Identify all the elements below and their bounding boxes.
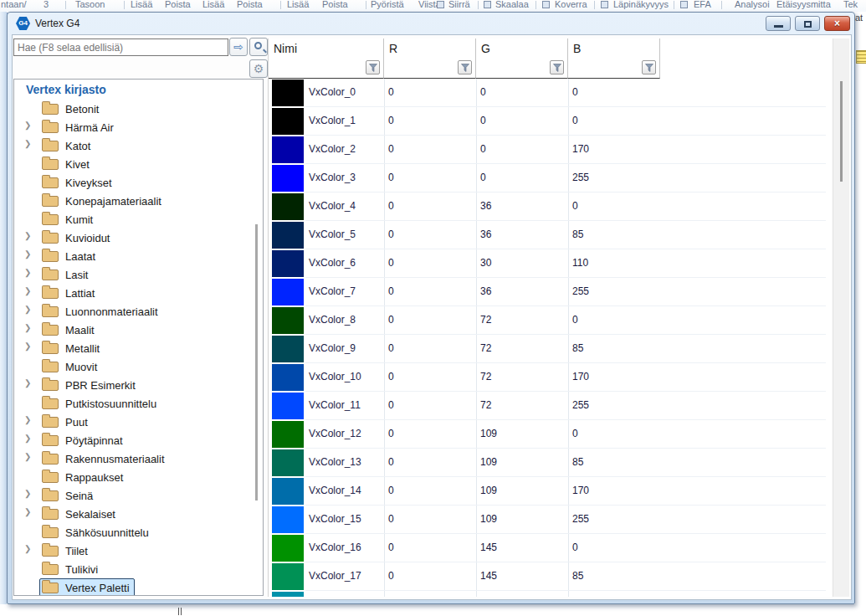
table-row[interactable]: VxColor_300255 bbox=[269, 164, 831, 192]
toolbar-item[interactable]: 3 bbox=[44, 0, 49, 9]
tree-row[interactable]: Rakennusmateriaalit bbox=[39, 449, 170, 468]
sidebar-item-pbr-esimerkit[interactable]: ❯PBR Esimerkit bbox=[14, 376, 263, 394]
toolbar-item[interactable]: Pyöristä bbox=[371, 0, 404, 9]
filter-button[interactable] bbox=[458, 60, 472, 74]
tree-row[interactable]: Rappaukset bbox=[39, 468, 128, 486]
tree-row[interactable]: Maalit bbox=[39, 321, 100, 339]
tree-row[interactable]: Konepajamateriaalit bbox=[39, 192, 167, 210]
tree-row[interactable]: Kivet bbox=[39, 155, 95, 173]
chevron-right-icon[interactable]: ❯ bbox=[24, 378, 31, 388]
toolbar-item[interactable]: Läpinäkyvyys bbox=[613, 0, 669, 9]
table-row[interactable]: VxColor_7036255 bbox=[269, 278, 831, 306]
sidebar-item-p-yt-pinnat[interactable]: ❯Pöytäpinnat bbox=[14, 431, 263, 449]
chevron-right-icon[interactable]: ❯ bbox=[24, 544, 31, 553]
tree-row[interactable]: Laatat bbox=[39, 247, 100, 265]
sidebar-item-sein-[interactable]: ❯Seinä bbox=[14, 486, 263, 505]
table-row[interactable]: VxColor_40360 bbox=[269, 192, 831, 221]
column-header-b[interactable]: B bbox=[568, 38, 660, 79]
tree-row[interactable]: Putkistosuunnittelu bbox=[39, 394, 161, 413]
table-row[interactable]: VxColor_200170 bbox=[269, 136, 831, 164]
tree-row[interactable]: Pöytäpinnat bbox=[39, 431, 128, 449]
chevron-right-icon[interactable]: ❯ bbox=[24, 249, 31, 259]
table-row[interactable]: VxColor_10072170 bbox=[269, 363, 831, 392]
close-button[interactable]: × bbox=[824, 16, 850, 31]
filter-button[interactable] bbox=[550, 60, 564, 74]
table-row[interactable]: VxColor_80720 bbox=[269, 306, 831, 335]
chevron-right-icon[interactable]: ❯ bbox=[24, 415, 31, 424]
chevron-right-icon[interactable]: ❯ bbox=[24, 268, 31, 277]
main-scrollbar-thumb[interactable] bbox=[840, 81, 843, 182]
toolbar-item[interactable]: Lisää bbox=[202, 0, 224, 9]
tree-row[interactable]: Kumit bbox=[39, 210, 98, 228]
search-go-button[interactable]: ⇨ bbox=[229, 38, 248, 56]
sidebar-item-kuvioidut[interactable]: ❯Kuvioidut bbox=[14, 228, 263, 247]
column-header-r[interactable]: R bbox=[384, 38, 476, 79]
sidebar-item-metallit[interactable]: ❯Metallit bbox=[14, 339, 263, 357]
tree-row[interactable]: Kiveykset bbox=[39, 173, 117, 192]
sidebar-item-tiilet[interactable]: ❯Tiilet bbox=[14, 542, 263, 560]
toolbar-item[interactable]: EFA bbox=[694, 0, 711, 9]
table-row[interactable]: VxColor_17014585 bbox=[269, 562, 831, 591]
sidebar-item-laatat[interactable]: ❯Laatat bbox=[14, 247, 263, 265]
sidebar-item-kivet[interactable]: Kivet bbox=[14, 155, 263, 173]
table-row[interactable]: VxColor_140109170 bbox=[269, 477, 831, 506]
chevron-right-icon[interactable]: ❯ bbox=[24, 434, 31, 443]
tree-row[interactable]: Härmä Air bbox=[39, 118, 119, 136]
chevron-right-icon[interactable]: ❯ bbox=[24, 452, 31, 461]
window-titlebar[interactable]: G4 Vertex G4 × bbox=[8, 13, 854, 34]
sidebar-item-lattiat[interactable]: ❯Lattiat bbox=[14, 284, 263, 302]
toolbar-item[interactable]: Tek bbox=[843, 0, 858, 9]
tree-row[interactable]: Sekalaiset bbox=[39, 505, 120, 523]
tree-row[interactable]: Muovit bbox=[39, 357, 102, 376]
sidebar-item-lasit[interactable]: ❯Lasit bbox=[14, 265, 263, 284]
table-row[interactable]: VxColor_150109255 bbox=[269, 506, 831, 534]
sidebar-item-muovit[interactable]: Muovit bbox=[14, 357, 263, 376]
settings-button[interactable]: ⚙ bbox=[249, 59, 268, 78]
toolbar-item[interactable]: Lisää bbox=[131, 0, 152, 9]
table-row[interactable]: VxColor_0000 bbox=[269, 79, 831, 107]
sidebar-item-kiveykset[interactable]: Kiveykset bbox=[14, 173, 263, 192]
toolbar-item[interactable]: Skaalaa bbox=[495, 0, 529, 9]
toolbar-item[interactable]: Siirrä bbox=[448, 0, 470, 9]
sidebar-item-puut[interactable]: ❯Puut bbox=[14, 413, 263, 431]
chevron-right-icon[interactable]: ❯ bbox=[24, 305, 31, 314]
filter-button[interactable] bbox=[366, 60, 380, 74]
sidebar-item-betonit[interactable]: Betonit bbox=[14, 100, 263, 118]
tree-row[interactable]: Vertex Paletti bbox=[39, 578, 135, 596]
toolbar-item[interactable]: Etäisyysmitta bbox=[776, 0, 831, 9]
table-row[interactable]: VxColor_907285 bbox=[269, 335, 831, 363]
tree-row[interactable]: Puut bbox=[39, 413, 93, 431]
toolbar-item[interactable]: Analysoi bbox=[735, 0, 770, 9]
table-row[interactable]: VxColor_1601450 bbox=[269, 534, 831, 562]
sidebar-item-luonnonmateriaalit[interactable]: ❯Luonnonmateriaalit bbox=[14, 302, 263, 321]
chevron-right-icon[interactable]: ❯ bbox=[24, 341, 31, 351]
sidebar-item-rappaukset[interactable]: Rappaukset bbox=[14, 468, 263, 486]
filter-button[interactable] bbox=[642, 60, 656, 74]
sidebar-item-sekalaiset[interactable]: ❯Sekalaiset bbox=[14, 505, 263, 523]
toolbar-item[interactable]: Poista bbox=[322, 0, 348, 9]
tree-row[interactable]: Lasit bbox=[39, 265, 93, 284]
tree-row[interactable]: Seinä bbox=[39, 486, 98, 505]
sidebar-item-putkistosuunnittelu[interactable]: Putkistosuunnittelu bbox=[14, 394, 263, 413]
tree-row[interactable]: Katot bbox=[39, 136, 95, 155]
toolbar-item[interactable]: Koverra bbox=[555, 0, 587, 9]
table-row-partial[interactable] bbox=[269, 591, 831, 597]
chevron-right-icon[interactable]: ❯ bbox=[24, 507, 31, 516]
sidebar-item-konepajamateriaalit[interactable]: Konepajamateriaalit bbox=[14, 192, 263, 210]
chevron-right-icon[interactable]: ❯ bbox=[24, 323, 31, 332]
sidebar-item-vertex-paletti[interactable]: Vertex Paletti bbox=[14, 578, 263, 596]
table-row[interactable]: VxColor_503685 bbox=[269, 221, 831, 249]
search-input[interactable] bbox=[13, 38, 228, 56]
sidebar-item-katot[interactable]: ❯Katot bbox=[14, 136, 263, 155]
sidebar-item-tulikivi[interactable]: Tulikivi bbox=[14, 560, 263, 578]
tree-row[interactable]: Kuvioidut bbox=[39, 228, 115, 247]
table-row[interactable]: VxColor_1000 bbox=[269, 107, 831, 136]
toolbar-item[interactable]: Poista bbox=[237, 0, 263, 9]
column-header-nimi[interactable]: Nimi bbox=[269, 38, 384, 79]
tree-row[interactable]: PBR Esimerkit bbox=[39, 376, 141, 394]
toolbar-item[interactable]: ntaan/ bbox=[1, 0, 27, 9]
minimize-button[interactable] bbox=[766, 16, 791, 31]
table-row[interactable]: VxColor_1201090 bbox=[269, 420, 831, 449]
toolbar-item[interactable]: Tasoon bbox=[75, 0, 105, 9]
sidebar-item-s-hk-suunnittelu[interactable]: Sähkösuunnittelu bbox=[14, 523, 263, 542]
